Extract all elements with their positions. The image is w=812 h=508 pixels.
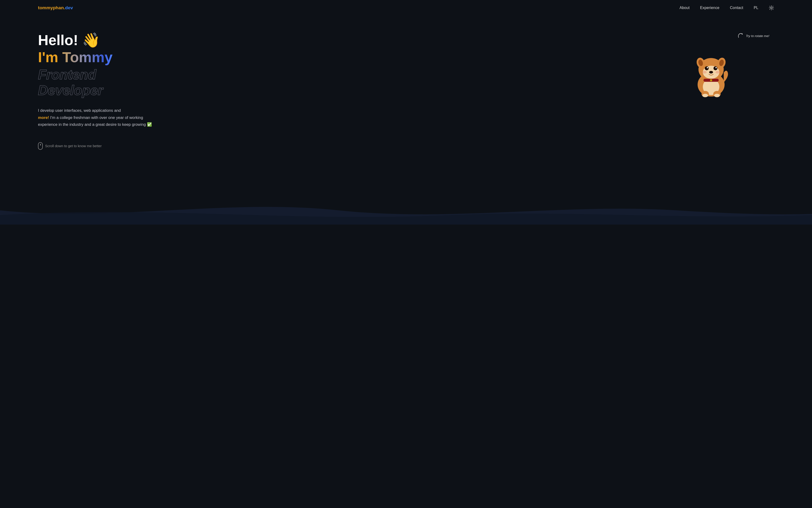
- scroll-hint-text: Scroll down to get to know me better: [45, 144, 101, 148]
- name-text: Tommy: [62, 49, 113, 65]
- svg-point-23: [702, 71, 707, 74]
- sun-icon: [769, 5, 774, 10]
- name-line: I'm Tommy: [38, 49, 650, 66]
- greeting-text: Hello! 👋: [38, 32, 100, 48]
- hero-content-left: Hello! 👋 I'm Tommy Frontend Developer I …: [38, 30, 650, 177]
- svg-line-3: [770, 6, 770, 6]
- svg-point-24: [715, 71, 720, 74]
- logo-text-orange: tommyphan: [38, 5, 64, 10]
- svg-point-26: [710, 79, 712, 81]
- rotate-hint-text: Try to rotate me!: [746, 34, 769, 38]
- wave-svg: [0, 191, 812, 224]
- description-part1: I develop user interfaces, web applicati…: [38, 108, 121, 113]
- rotate-arrow-icon: [737, 32, 744, 39]
- svg-point-20: [707, 67, 708, 68]
- svg-point-21: [715, 67, 717, 68]
- greeting-line: Hello! 👋: [38, 32, 650, 48]
- title-line-2: Developer: [38, 82, 650, 98]
- logo-dev: dev: [65, 5, 73, 10]
- dog-illustration[interactable]: [685, 46, 739, 101]
- svg-point-19: [714, 66, 718, 70]
- hero-description: I develop user interfaces, web applicati…: [38, 107, 157, 128]
- navbar: tommyphan . dev About Experience Contact…: [0, 0, 812, 16]
- svg-line-8: [773, 6, 773, 6]
- dog-svg: [685, 46, 737, 99]
- nav-contact[interactable]: Contact: [730, 6, 743, 10]
- title-line-1: Frontend: [38, 67, 650, 82]
- scroll-mouse-icon: [38, 142, 43, 150]
- svg-point-30: [714, 94, 720, 97]
- nav-theme-toggle[interactable]: [769, 5, 774, 10]
- nav-experience[interactable]: Experience: [700, 6, 720, 10]
- svg-point-29: [702, 94, 708, 97]
- scroll-hint: Scroll down to get to know me better: [38, 142, 650, 150]
- description-part2: I'm a college freshman with over one yea…: [38, 115, 152, 127]
- nav-logo[interactable]: tommyphan . dev: [38, 5, 73, 10]
- nav-about[interactable]: About: [680, 6, 690, 10]
- nav-lang[interactable]: PL: [754, 6, 758, 10]
- hero-section: Hello! 👋 I'm Tommy Frontend Developer I …: [0, 16, 812, 177]
- wave-section: [0, 191, 812, 224]
- svg-point-0: [770, 7, 772, 8]
- svg-point-22: [709, 71, 713, 74]
- svg-point-18: [705, 66, 709, 70]
- im-text: I'm: [38, 49, 62, 65]
- more-link[interactable]: more!: [38, 115, 49, 120]
- hero-content-right: Try to rotate me!: [650, 30, 774, 177]
- rotate-hint: Try to rotate me!: [737, 32, 769, 39]
- theme-button[interactable]: [769, 5, 774, 10]
- nav-links: About Experience Contact PL: [680, 5, 774, 10]
